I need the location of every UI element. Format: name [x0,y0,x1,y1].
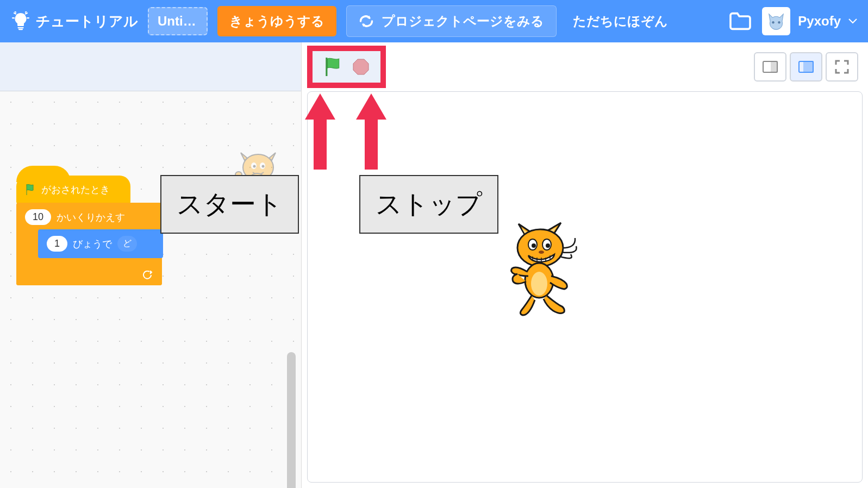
svg-rect-16 [771,61,777,72]
view-project-button[interactable]: プロジェクトページをみる [346,5,557,37]
header-bar: チュートリアル Untit… きょうゆうする プロジェクトページをみる ただちに… [0,0,868,42]
svg-point-4 [253,165,256,168]
repeat-block[interactable]: 10 かいくりかえす 1 びょうで ど [16,203,162,285]
username-label: Pyxofy [798,14,841,29]
small-stage-button[interactable] [754,52,786,82]
folder-icon[interactable] [728,11,752,31]
stop-arrow-annotation [356,93,386,170]
svg-point-23 [532,243,536,248]
fullscreen-button[interactable] [826,52,858,82]
scrollbar[interactable] [287,352,296,488]
lightbulb-icon [11,11,30,31]
large-stage-button[interactable] [790,52,822,82]
loop-arrow-icon [141,271,153,280]
tutorial-button[interactable]: チュートリアル [11,11,138,31]
code-panel[interactable]: がおされたとき 10 かいくりかえす 1 びょうで ど [0,42,302,488]
tutorial-label: チュートリアル [36,12,138,31]
glide-block[interactable]: 1 びょうで ど [38,229,163,258]
svg-point-25 [546,243,550,248]
svg-point-28 [531,272,547,296]
stop-button[interactable] [352,58,370,76]
svg-rect-18 [804,61,813,72]
chevron-down-icon [848,18,857,24]
stage-panel: スタート ストップ [302,42,868,488]
avatar [762,7,790,35]
block-label: かいくりかえす [57,211,125,224]
view-project-label: プロジェクトページをみる [382,12,544,30]
svg-point-0 [772,21,775,23]
code-panel-header [0,42,301,91]
main-area: がおされたとき 10 かいくりかえす 1 びょうで ど [0,42,868,488]
svg-marker-14 [353,59,369,74]
refresh-icon [359,15,374,28]
start-label-annotation: スタート [160,175,299,234]
green-flag-button[interactable] [324,58,341,76]
save-now-button[interactable]: ただちにほぞん [573,12,668,30]
share-button[interactable]: きょうゆうする [217,6,336,36]
glide-target-input[interactable]: ど [117,236,137,252]
cat-sprite[interactable] [505,222,592,322]
stop-label-annotation: ストップ [359,175,498,234]
block-label: びょうで [73,237,112,251]
flag-icon [25,184,36,196]
svg-point-6 [262,165,265,168]
svg-marker-19 [305,93,335,170]
svg-point-26 [539,251,544,254]
user-menu[interactable]: Pyxofy [762,7,857,35]
glide-secs-input[interactable]: 1 [47,236,67,252]
block-stack[interactable]: がおされたとき 10 かいくりかえす 1 びょうで ど [16,176,162,285]
svg-marker-20 [356,93,386,170]
highlighted-controls [307,46,386,88]
svg-point-1 [778,21,780,23]
when-flag-clicked-block[interactable]: がおされたとき [16,176,130,204]
repeat-count-input[interactable]: 10 [25,209,51,225]
project-title-input[interactable]: Untit… [148,7,208,35]
block-label: がおされたとき [41,183,110,196]
cat-avatar-icon [764,9,788,33]
stage-controls [302,42,868,91]
start-arrow-annotation [305,93,335,170]
view-toggles [754,52,858,82]
